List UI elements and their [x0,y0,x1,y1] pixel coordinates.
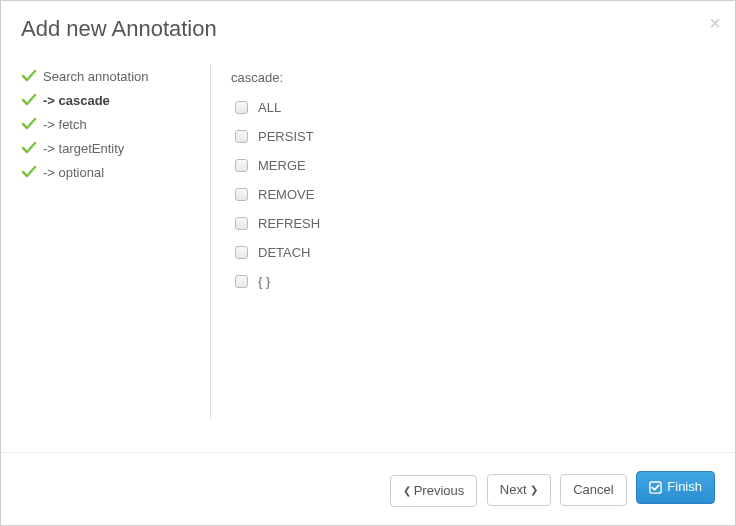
button-label: Previous [414,482,465,500]
modal-header: Add new Annotation × [1,1,735,54]
cancel-button[interactable]: Cancel [560,474,626,506]
check-icon [21,116,37,132]
next-button[interactable]: Next ❯ [487,474,551,506]
option-label: REMOVE [258,187,314,202]
step-search-annotation[interactable]: Search annotation [21,64,200,88]
button-label: Finish [667,478,702,496]
option-row: { } [231,267,715,296]
button-label: Cancel [573,481,613,499]
step-label: Search annotation [43,69,149,84]
button-label: Next [500,481,527,499]
field-label: cascade: [231,64,715,85]
content-panel: cascade: ALL PERSIST MERGE REMOVE REFRES… [211,64,715,418]
modal-title: Add new Annotation [21,16,715,42]
option-merge-checkbox[interactable] [235,159,248,172]
check-icon [21,68,37,84]
step-label: -> cascade [43,93,110,108]
step-label: -> optional [43,165,104,180]
option-detach-checkbox[interactable] [235,246,248,259]
check-icon [21,140,37,156]
close-icon[interactable]: × [709,13,721,33]
modal-body: Search annotation -> cascade -> fetch ->… [1,54,735,428]
step-cascade[interactable]: -> cascade [21,88,200,112]
option-row: MERGE [231,151,715,180]
option-all-checkbox[interactable] [235,101,248,114]
chevron-right-icon: ❯ [530,485,538,495]
modal-footer: ❮ Previous Next ❯ Cancel Finish [1,452,735,525]
option-row: DETACH [231,238,715,267]
finish-button[interactable]: Finish [636,471,715,503]
step-optional[interactable]: -> optional [21,160,200,184]
option-remove-checkbox[interactable] [235,188,248,201]
check-icon [21,92,37,108]
option-persist-checkbox[interactable] [235,130,248,143]
option-row: PERSIST [231,122,715,151]
option-row: REMOVE [231,180,715,209]
option-row: REFRESH [231,209,715,238]
step-label: -> fetch [43,117,87,132]
step-fetch[interactable]: -> fetch [21,112,200,136]
option-label: MERGE [258,158,306,173]
option-empty-braces-checkbox[interactable] [235,275,248,288]
option-refresh-checkbox[interactable] [235,217,248,230]
step-label: -> targetEntity [43,141,124,156]
modal-dialog: Add new Annotation × Search annotation -… [0,0,736,526]
wizard-steps-sidebar: Search annotation -> cascade -> fetch ->… [21,64,211,418]
step-target-entity[interactable]: -> targetEntity [21,136,200,160]
option-label: { } [258,274,270,289]
option-label: ALL [258,100,281,115]
option-label: REFRESH [258,216,320,231]
option-label: PERSIST [258,129,314,144]
checked-box-icon [649,481,662,494]
chevron-left-icon: ❮ [403,486,411,496]
option-label: DETACH [258,245,310,260]
previous-button[interactable]: ❮ Previous [390,475,478,507]
check-icon [21,164,37,180]
option-row: ALL [231,93,715,122]
